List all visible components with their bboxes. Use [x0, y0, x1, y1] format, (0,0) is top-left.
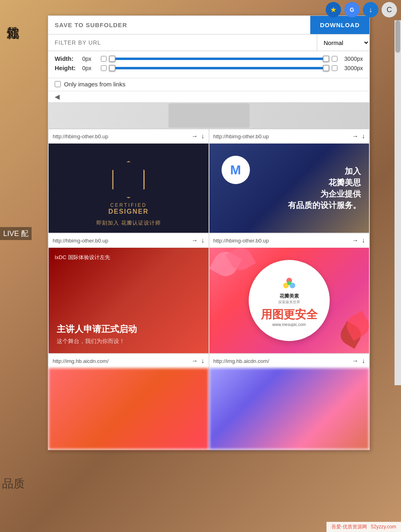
image-item-1: http://hbimg-other.b0.up → ↓ CERTIFIED D…: [48, 129, 209, 233]
huaban-title-2: 花瓣美思: [288, 177, 361, 188]
download-extension-icon[interactable]: ↓: [363, 2, 378, 17]
star-icon[interactable]: ★: [326, 2, 341, 17]
mesupic-circle: 花瓣美素 探索最美世界 用图更安全 www.mesupic.com: [249, 260, 330, 341]
open-link-arrow-4[interactable]: →: [352, 237, 358, 244]
scrollbar[interactable]: [395, 20, 401, 385]
download-icon-6[interactable]: ↓: [362, 357, 365, 365]
footer-text: 吾爱·优质资源网: [331, 524, 367, 530]
height-max-checkbox[interactable]: [332, 65, 337, 71]
ixdc-sub-text: 这个舞台，我们为你而设！: [57, 338, 200, 345]
huaban-title-3: 为企业提供: [288, 188, 361, 200]
width-slider-row: Width: 0px 3000px: [55, 55, 363, 62]
image-url-2: http://hbimg-other.b0.up: [213, 133, 349, 139]
image-url-bar-1: http://hbimg-other.b0.up → ↓: [49, 129, 209, 144]
image-url-4: http://hbimg-other.b0.up: [213, 238, 349, 244]
height-slider-track[interactable]: [110, 67, 328, 69]
image-item-3: http://hbimg-other.b0.up → ↓ IxDC 国际体验设计…: [48, 233, 209, 354]
mesupic-logo-svg: [280, 274, 298, 292]
scrollbar-thumb[interactable]: [395, 20, 400, 53]
save-subfolder-input[interactable]: [48, 16, 310, 34]
download-icon-4[interactable]: ↓: [362, 237, 365, 244]
mesupic-url: www.mesupic.com: [272, 322, 306, 327]
image-url-6: http://img.hb.aicdn.com/: [213, 358, 349, 364]
width-slider-track[interactable]: [110, 58, 328, 60]
g-icon[interactable]: G: [344, 2, 360, 17]
colorful-blurred-image: [209, 368, 369, 449]
mesupic-brand: 花瓣美素: [279, 293, 299, 300]
image-url-bar-5: http://img.hb.aicdn.com/ → ↓: [49, 354, 209, 368]
download-icon-1[interactable]: ↓: [201, 133, 205, 140]
image-url-bar-4: http://hbimg-other.b0.up → ↓: [209, 234, 369, 248]
mesupic-main: 用图更安全: [261, 307, 318, 322]
browser-toolbar: ★ G ↓ C: [326, 2, 397, 17]
ixdc-main-text: 主讲人申请正式启动: [57, 323, 200, 335]
only-images-row: Only images from links: [48, 78, 369, 91]
bg-live-text: LIVE 配: [0, 227, 32, 240]
huaban-logo-m: M: [230, 163, 241, 178]
image-downloader-panel: DOWNLOAD Normal Only Exclude Width: 0px …: [48, 15, 370, 450]
panel-arrow: ◀: [48, 91, 369, 103]
filter-mode-select[interactable]: Normal Only Exclude: [317, 34, 369, 51]
download-icon-2[interactable]: ↓: [362, 133, 365, 140]
image-item-6: http://img.hb.aicdn.com/ → ↓: [209, 354, 370, 450]
certified-text-line2: DESIGNER: [108, 208, 149, 215]
filter-url-input[interactable]: [48, 34, 317, 51]
download-button[interactable]: DOWNLOAD: [310, 16, 369, 34]
open-link-arrow-6[interactable]: →: [352, 357, 358, 365]
width-max-value: 3000px: [341, 56, 363, 62]
download-icon-3[interactable]: ↓: [201, 237, 205, 244]
certified-text-line1: CERTIFIED: [110, 202, 147, 208]
height-max-value: 3000px: [341, 65, 363, 71]
image-item-5: http://img.hb.aicdn.com/ → ↓: [48, 354, 209, 450]
image-url-5: http://img.hb.aicdn.com/: [53, 358, 188, 364]
image-item-4: http://hbimg-other.b0.up → ↓: [209, 233, 370, 354]
filter-bar: Normal Only Exclude: [48, 34, 369, 51]
huaban-logo-circle: M: [222, 156, 250, 184]
huaban-image: M 加入 花瓣美思 为企业提供 有品质的设计服务。: [209, 144, 369, 233]
sliders-area: Width: 0px 3000px Height: 0px 3000px: [48, 51, 369, 78]
height-min-value: 0px: [82, 65, 98, 71]
width-max-checkbox[interactable]: [332, 56, 337, 62]
image-url-3: http://hbimg-other.b0.up: [53, 238, 188, 244]
bg-bottom-text: 品质: [2, 476, 25, 491]
footer-watermark: 吾爱·优质资源网 52yzzy.com: [326, 522, 401, 532]
mesupic-tagline: 探索最美世界: [278, 300, 300, 305]
open-link-arrow-5[interactable]: →: [192, 357, 198, 365]
open-link-arrow-1[interactable]: →: [192, 133, 198, 140]
open-link-arrow-3[interactable]: →: [192, 237, 198, 244]
only-images-label: Only images from links: [64, 81, 126, 88]
only-images-checkbox[interactable]: [55, 81, 61, 87]
image-url-bar-2: http://hbimg-other.b0.up → ↓: [209, 129, 369, 144]
download-icon-5[interactable]: ↓: [201, 357, 205, 365]
ixdc-top-text: IxDC 国际体验设计左先: [55, 254, 110, 261]
width-slider-left-thumb[interactable]: [109, 56, 115, 62]
image-url-bar-3: http://hbimg-other.b0.up → ↓: [49, 234, 209, 248]
width-min-checkbox[interactable]: [101, 56, 107, 62]
width-slider-right-thumb[interactable]: [323, 56, 329, 62]
height-slider-left-thumb[interactable]: [109, 65, 115, 71]
image-item-2: http://hbimg-other.b0.up → ↓ M 加入 花瓣美思 为…: [209, 129, 370, 233]
certified-designer-image: CERTIFIED DESIGNER 即刻加入 花瓣认证设计师: [49, 144, 209, 233]
footer-domain: 52yzzy.com: [371, 524, 396, 530]
red-blurred-image: [49, 368, 209, 449]
blurred-preview: [169, 103, 250, 128]
width-label: Width:: [55, 55, 79, 62]
huaban-title: 加入 花瓣美思 为企业提供 有品质的设计服务。: [288, 165, 361, 211]
height-slider-row: Height: 0px 3000px: [55, 64, 363, 71]
width-min-value: 0px: [82, 56, 98, 62]
c-icon[interactable]: C: [382, 2, 397, 17]
mesupic-image: 花瓣美素 探索最美世界 用图更安全 www.mesupic.com: [209, 248, 369, 353]
certified-hexagon: [112, 161, 145, 198]
svg-point-3: [287, 281, 291, 285]
height-min-checkbox[interactable]: [101, 65, 107, 71]
top-bar: DOWNLOAD: [48, 16, 369, 34]
huaban-title-4: 有品质的设计服务。: [288, 200, 361, 211]
top-image-strip: [48, 103, 369, 129]
open-link-arrow-2[interactable]: →: [352, 133, 358, 140]
height-slider-right-thumb[interactable]: [323, 65, 329, 71]
height-label: Height:: [55, 64, 79, 71]
image-grid: http://hbimg-other.b0.up → ↓ CERTIFIED D…: [48, 129, 369, 450]
image-url-1: http://hbimg-other.b0.up: [53, 133, 188, 139]
huaban-title-1: 加入: [288, 165, 361, 177]
ixdc-image: IxDC 国际体验设计左先 主讲人申请正式启动 这个舞台，我们为你而设！: [49, 248, 209, 353]
